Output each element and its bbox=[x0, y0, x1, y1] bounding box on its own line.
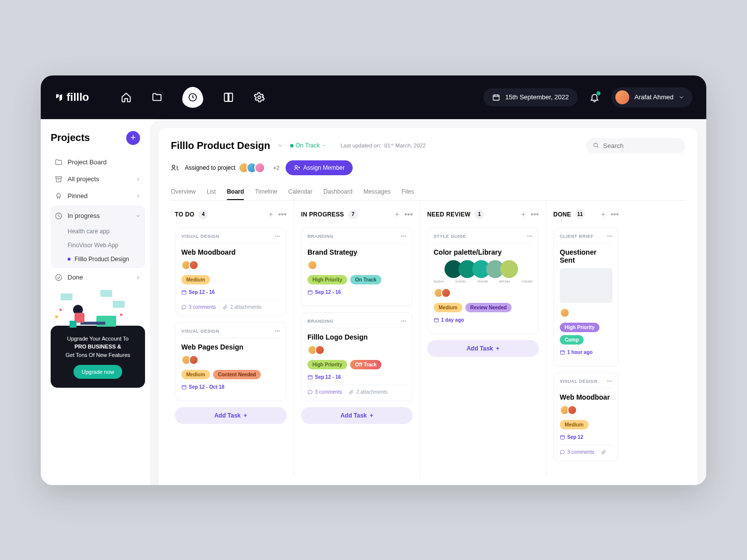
task-card[interactable]: CLIENT BRIEF••• Questioner Sent High Pri… bbox=[553, 227, 619, 366]
add-icon[interactable]: + bbox=[269, 210, 273, 219]
date-picker[interactable]: 15th September, 2022 bbox=[483, 88, 578, 106]
tab-timeline[interactable]: Timeline bbox=[255, 184, 277, 200]
assign-member-button[interactable]: Assign Member bbox=[286, 160, 353, 175]
attachments-link[interactable]: 2 attachments bbox=[223, 304, 261, 310]
tab-dashboard[interactable]: Dashboard bbox=[323, 184, 353, 200]
card-category: VISUAL DESIGN bbox=[181, 234, 219, 239]
svg-rect-12 bbox=[100, 290, 112, 297]
search-input[interactable] bbox=[586, 138, 685, 153]
assignee-avatars bbox=[241, 162, 265, 173]
sidebar-item[interactable]: Pinned bbox=[51, 188, 145, 205]
pin-icon bbox=[55, 192, 63, 200]
logo[interactable]: filllo bbox=[55, 91, 89, 104]
logo-text: filllo bbox=[67, 91, 89, 104]
sidebar-item[interactable]: Project Board bbox=[51, 154, 145, 171]
card-avatars bbox=[307, 345, 406, 355]
task-card[interactable]: BRANDING••• Filllo Logo Design High Prio… bbox=[301, 312, 413, 401]
sidebar-sub-item[interactable]: FinoVisor Web App bbox=[51, 238, 145, 252]
comments-link[interactable]: 3 comments bbox=[307, 389, 342, 395]
sidebar-item-label: Done bbox=[68, 274, 83, 281]
more-icon[interactable]: ••• bbox=[275, 329, 280, 334]
svg-rect-22 bbox=[434, 318, 438, 322]
tabs: OverviewListBoardTimelineCalendarDashboa… bbox=[171, 184, 685, 201]
add-project-button[interactable]: + bbox=[126, 131, 140, 145]
date-text: 15th September, 2022 bbox=[505, 93, 569, 101]
more-icon[interactable]: ••• bbox=[401, 319, 406, 324]
sidebar-item[interactable]: All projects bbox=[51, 171, 145, 188]
tab-files[interactable]: Files bbox=[401, 184, 414, 200]
more-icon[interactable]: ••• bbox=[610, 210, 619, 219]
more-icon[interactable]: ••• bbox=[275, 234, 280, 239]
more-icon[interactable]: ••• bbox=[278, 210, 287, 219]
tab-calendar[interactable]: Calendar bbox=[288, 184, 312, 200]
card-avatars bbox=[560, 405, 612, 415]
user-name: Arafat Ahmed bbox=[634, 93, 673, 101]
sidebar-item-inprogress[interactable]: In progress bbox=[51, 208, 145, 224]
more-icon[interactable]: ••• bbox=[607, 379, 612, 384]
status-badge[interactable]: On Track bbox=[290, 142, 327, 149]
svg-rect-21 bbox=[308, 375, 312, 379]
comments-link[interactable]: 3 comments bbox=[181, 304, 216, 310]
task-card[interactable]: STYLE GUIDE••• Color palette/Library 063… bbox=[427, 227, 539, 334]
column-title: IN PROGRESS bbox=[301, 211, 344, 218]
more-count: +2 bbox=[273, 165, 280, 171]
more-icon[interactable]: ••• bbox=[527, 234, 532, 239]
card-category: BRANDING bbox=[307, 234, 334, 239]
main: Filllo Product Design On Track Last upda… bbox=[150, 119, 706, 485]
tag-pill: Medium bbox=[181, 370, 210, 379]
more-icon[interactable]: ••• bbox=[607, 234, 612, 239]
add-icon[interactable]: + bbox=[521, 210, 525, 219]
svg-rect-6 bbox=[96, 316, 116, 327]
bell-icon[interactable] bbox=[590, 92, 599, 102]
add-task-button[interactable]: Add Task + bbox=[427, 340, 539, 357]
sidebar-item-done[interactable]: Done bbox=[51, 269, 145, 286]
add-task-button[interactable]: Add Task + bbox=[175, 407, 287, 424]
task-card[interactable]: BRANDING••• Brand Strategy High Priority… bbox=[301, 227, 413, 306]
tab-overview[interactable]: Overview bbox=[171, 184, 196, 200]
task-card[interactable]: VISUAL DESIGN••• Web Moodboar Medium Sep… bbox=[553, 372, 619, 461]
task-card[interactable]: VISUAL DESIGN••• Web Moodboard Medium Se… bbox=[175, 227, 287, 316]
notification-dot bbox=[597, 91, 600, 95]
upgrade-button[interactable]: Upgrade now bbox=[74, 365, 122, 379]
svg-point-14 bbox=[55, 315, 58, 318]
date-pill: Sep 12 - 16 bbox=[307, 288, 341, 296]
svg-rect-19 bbox=[182, 385, 186, 389]
svg-rect-18 bbox=[182, 290, 186, 294]
tag-pill: Review Needed bbox=[465, 303, 512, 312]
tab-messages[interactable]: Messages bbox=[364, 184, 391, 200]
card-category: CLIENT BRIEF bbox=[560, 234, 594, 239]
sidebar-item-label: Project Board bbox=[68, 158, 107, 166]
attachments-link[interactable]: 2 attachments bbox=[349, 389, 387, 395]
add-icon[interactable]: + bbox=[395, 210, 399, 219]
folder-icon[interactable] bbox=[151, 92, 162, 103]
board-column: TO DO 4 +••• VISUAL DESIGN••• Web Moodbo… bbox=[168, 201, 294, 476]
book-icon[interactable] bbox=[223, 92, 234, 103]
task-card[interactable]: VISUAL DESIGN••• Web Pages Design Medium… bbox=[175, 322, 287, 401]
card-title: Web Pages Design bbox=[181, 343, 280, 351]
sidebar-sub-item[interactable]: Health care app bbox=[51, 224, 145, 238]
nav-icons bbox=[121, 87, 265, 108]
comments-link[interactable]: 3 comments bbox=[560, 449, 594, 455]
more-icon[interactable]: ••• bbox=[401, 234, 406, 239]
attachments-link[interactable] bbox=[601, 449, 606, 455]
clock-icon[interactable] bbox=[182, 87, 203, 108]
column-title: NEED REVIEW bbox=[427, 211, 470, 218]
project-header: Filllo Product Design On Track Last upda… bbox=[159, 128, 697, 201]
tab-list[interactable]: List bbox=[207, 184, 216, 200]
chevron-right-icon bbox=[135, 176, 141, 182]
chevron-down-icon[interactable] bbox=[277, 142, 283, 148]
tab-board[interactable]: Board bbox=[227, 184, 244, 200]
last-updated: Last updated on: 01ˢᵗ March, 2022 bbox=[341, 142, 426, 149]
gear-icon[interactable] bbox=[254, 92, 265, 103]
more-icon[interactable]: ••• bbox=[530, 210, 539, 219]
sidebar-sub-item[interactable]: Filllo Product Design bbox=[51, 252, 145, 266]
users-icon bbox=[171, 164, 179, 172]
more-icon[interactable]: ••• bbox=[404, 210, 413, 219]
add-task-button[interactable]: Add Task + bbox=[301, 407, 413, 424]
assigned-label: Assigned to project bbox=[185, 164, 235, 171]
search-field[interactable] bbox=[603, 142, 678, 149]
add-icon[interactable]: + bbox=[601, 210, 605, 219]
user-menu[interactable]: Arafat Ahmed bbox=[611, 87, 692, 107]
card-title: Color palette/Library bbox=[434, 248, 532, 256]
home-icon[interactable] bbox=[121, 92, 132, 103]
